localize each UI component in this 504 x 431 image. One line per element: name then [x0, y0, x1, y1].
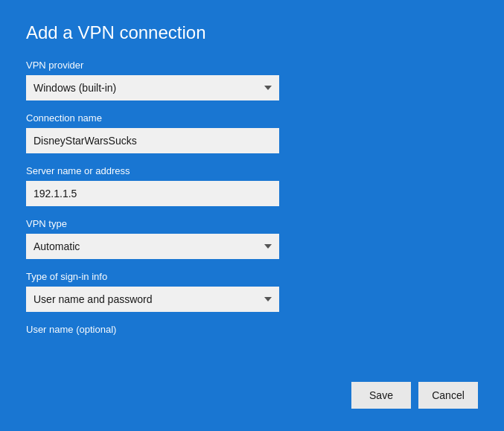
sign-in-info-label: Type of sign-in info: [26, 271, 478, 282]
vpn-provider-select[interactable]: Windows (built-in): [26, 75, 279, 100]
vpn-provider-select-wrapper[interactable]: Windows (built-in): [26, 75, 279, 100]
vpn-dialog: Add a VPN connection VPN provider Window…: [0, 0, 504, 431]
sign-in-info-select-wrapper[interactable]: User name and password: [26, 287, 279, 312]
dialog-title: Add a VPN connection: [26, 22, 478, 43]
vpn-type-select[interactable]: Automatic: [26, 234, 279, 259]
vpn-type-select-wrapper[interactable]: Automatic: [26, 234, 279, 259]
vpn-type-label: VPN type: [26, 218, 478, 229]
connection-name-label: Connection name: [26, 112, 478, 124]
sign-in-info-select[interactable]: User name and password: [26, 287, 279, 312]
bottom-actions: Save Cancel: [351, 382, 478, 409]
connection-name-input[interactable]: [26, 128, 279, 153]
sign-in-info-group: Type of sign-in info User name and passw…: [26, 271, 478, 312]
vpn-provider-label: VPN provider: [26, 60, 478, 71]
save-button[interactable]: Save: [351, 382, 411, 409]
cancel-button[interactable]: Cancel: [418, 382, 478, 409]
server-name-group: Server name or address: [26, 165, 478, 206]
username-group: User name (optional): [26, 324, 478, 339]
connection-name-group: Connection name: [26, 112, 478, 153]
server-name-label: Server name or address: [26, 165, 478, 176]
server-name-input[interactable]: [26, 181, 279, 206]
username-label: User name (optional): [26, 324, 478, 335]
vpn-provider-group: VPN provider Windows (built-in): [26, 60, 478, 100]
vpn-type-group: VPN type Automatic: [26, 218, 478, 259]
